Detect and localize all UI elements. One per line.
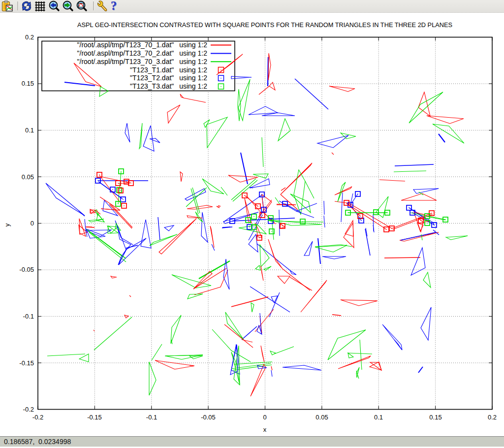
svg-text:-0.05: -0.05 xyxy=(19,266,34,273)
svg-text:0.2: 0.2 xyxy=(488,414,497,421)
svg-text:0: 0 xyxy=(31,220,34,227)
svg-text:0.1: 0.1 xyxy=(25,127,34,134)
svg-text:-0.15: -0.15 xyxy=(19,359,34,367)
svg-text:-0.1: -0.1 xyxy=(146,414,157,421)
svg-text:0.15: 0.15 xyxy=(22,80,34,87)
svg-text:0.15: 0.15 xyxy=(429,414,441,421)
svg-text:-0.2: -0.2 xyxy=(32,414,43,421)
svg-text:0.2: 0.2 xyxy=(25,33,34,41)
svg-text:-0.1: -0.1 xyxy=(23,313,34,320)
svg-text:"/root/.aspl/tmp/T123_70_2.dat: "/root/.aspl/tmp/T123_70_2.dat" using 1:… xyxy=(77,49,208,57)
svg-text:-0.05: -0.05 xyxy=(201,414,216,421)
svg-text:x: x xyxy=(263,426,267,433)
svg-text:0: 0 xyxy=(263,414,266,421)
svg-text:ASPL GEO-INTERSECTION CONTRAST: ASPL GEO-INTERSECTION CONTRASTED WITH SQ… xyxy=(77,21,452,29)
svg-text:"T123_T1.dat" using 1:2: "T123_T1.dat" using 1:2 xyxy=(130,66,207,74)
svg-text:0.05: 0.05 xyxy=(315,414,328,421)
svg-text:0.1: 0.1 xyxy=(374,414,383,421)
svg-text:"T123_T3.dat" using 1:2: "T123_T3.dat" using 1:2 xyxy=(130,82,207,90)
svg-text:-0.15: -0.15 xyxy=(87,414,102,421)
svg-text:"/root/.aspl/tmp/T123_70_1.dat: "/root/.aspl/tmp/T123_70_1.dat" using 1:… xyxy=(77,41,208,49)
svg-text:"T123_T2.dat" using 1:2: "T123_T2.dat" using 1:2 xyxy=(130,74,207,82)
svg-text:"/root/.aspl/tmp/T123_70_3.dat: "/root/.aspl/tmp/T123_70_3.dat" using 1:… xyxy=(77,58,208,65)
svg-text:0.05: 0.05 xyxy=(22,173,34,181)
svg-text:y: y xyxy=(3,223,11,226)
svg-text:-0.2: -0.2 xyxy=(23,406,34,413)
